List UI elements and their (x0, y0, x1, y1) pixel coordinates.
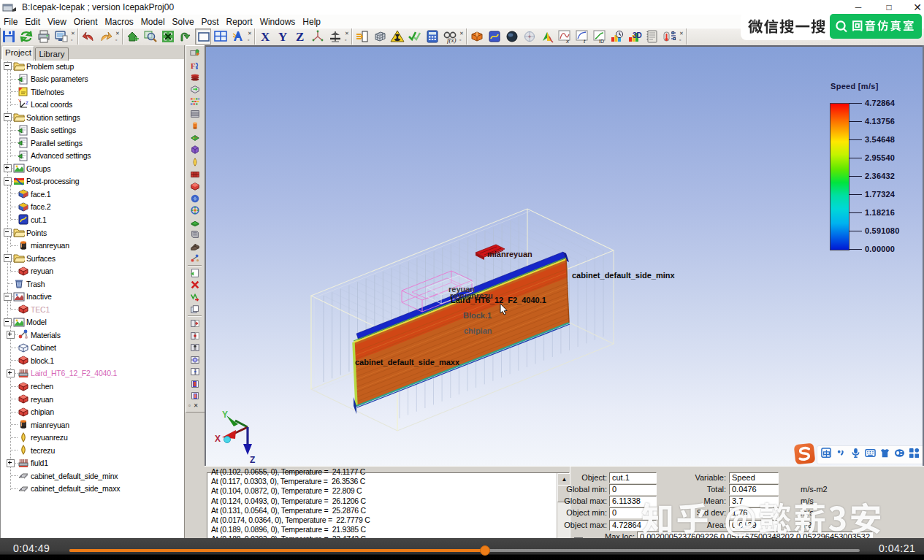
menu-solve[interactable]: Solve (169, 15, 198, 28)
menu-model[interactable]: Model (137, 15, 169, 28)
isosurface-icon[interactable] (504, 28, 520, 45)
undo-icon[interactable] (80, 28, 96, 45)
materials-icon[interactable] (189, 253, 201, 264)
axis-y-icon[interactable]: Y (275, 28, 291, 45)
screen-capture-icon[interactable] (53, 28, 69, 45)
plot-x-icon[interactable]: x (557, 28, 573, 45)
menu-report[interactable]: Report (223, 15, 256, 28)
blower-icon[interactable] (189, 205, 201, 215)
align-edge-icon[interactable] (189, 367, 201, 377)
fan-text-icon[interactable]: F (189, 61, 201, 71)
sogou-input-bar[interactable] (795, 444, 924, 464)
skin-icon[interactable] (879, 448, 890, 459)
partition-icon[interactable] (189, 229, 201, 239)
tree-expander-minus[interactable] (4, 229, 12, 237)
radiation-icon[interactable] (389, 28, 405, 45)
field-input-total[interactable]: 0.0476 (729, 484, 779, 495)
source-lens-icon[interactable] (189, 157, 201, 167)
opening-icon[interactable] (189, 109, 201, 119)
fan-icon[interactable] (189, 193, 201, 204)
sync-icon[interactable] (18, 28, 34, 45)
particle-trace-icon[interactable] (539, 28, 555, 45)
video-progress-track[interactable] (69, 549, 860, 552)
package-icon[interactable] (189, 242, 201, 252)
toolbar-handle[interactable]: ✕▫ (344, 28, 351, 45)
tree-expander-minus[interactable] (4, 318, 12, 326)
menu-windows[interactable]: Windows (256, 15, 299, 28)
align-face-icon-2[interactable] (189, 331, 201, 341)
axis-z-icon[interactable]: Z (292, 28, 308, 45)
point-probe-icon[interactable] (522, 28, 538, 45)
tab-library[interactable]: Library (35, 47, 69, 61)
enclosure-icon[interactable] (189, 85, 201, 95)
tree-expander-minus[interactable] (4, 254, 12, 262)
menu-post[interactable]: Post (198, 15, 223, 28)
pcb-board-icon[interactable] (189, 133, 201, 143)
morph-icon[interactable] (189, 292, 201, 302)
sogou-logo-icon[interactable] (794, 443, 816, 465)
plane-door-icon[interactable] (354, 28, 370, 45)
menu-file[interactable]: File (0, 15, 21, 28)
toolbar-mini-buttons[interactable]: ▫✕ (188, 402, 202, 409)
report-notebook-icon[interactable] (644, 28, 660, 45)
tree-expander-minus[interactable] (4, 177, 12, 185)
zoom-region-icon[interactable] (142, 28, 159, 45)
match-face-icon-1[interactable] (189, 379, 201, 389)
toolbar-handle[interactable]: ✕▫ (679, 28, 685, 45)
plain-view-icon[interactable] (195, 28, 211, 45)
pcb-stack-icon[interactable] (189, 72, 201, 83)
double-check-icon[interactable] (407, 28, 423, 45)
field-input-object[interactable]: cut.1 (609, 472, 657, 483)
chinese-mode-icon[interactable] (821, 448, 832, 459)
tree-expander-minus[interactable] (4, 62, 12, 70)
enclosure2-icon[interactable] (189, 145, 201, 155)
tab-project[interactable]: Project (2, 46, 34, 61)
toolbar-handle[interactable]: ✕▫ (115, 28, 121, 45)
plot-time-icon[interactable]: t (574, 28, 590, 45)
field-input-globalmin[interactable]: 0 (609, 484, 657, 495)
print-icon[interactable] (36, 28, 52, 45)
field-input-variable[interactable]: Speed (729, 472, 779, 483)
source-cylinder-icon[interactable] (189, 120, 201, 131)
thermostat-icon[interactable] (662, 28, 678, 45)
keyboard-icon[interactable] (865, 448, 876, 459)
plane-cut-icon[interactable] (486, 28, 503, 45)
copy-icon[interactable] (189, 304, 201, 315)
assembly-icon[interactable] (189, 48, 201, 58)
mesh-cube-icon[interactable] (372, 28, 388, 45)
video-progress-knob[interactable] (480, 545, 490, 556)
align-face-icon-1[interactable] (189, 318, 201, 329)
save-icon[interactable] (1, 28, 17, 45)
block-icon[interactable] (189, 181, 201, 191)
menu-view[interactable]: View (44, 15, 70, 28)
graphics-viewport[interactable]: cabinet_default_side_minx cabinet_defaul… (205, 45, 924, 468)
apps-grid-icon[interactable] (909, 448, 920, 459)
expand-icon[interactable] (160, 28, 176, 45)
match-face-icon-2[interactable] (189, 391, 201, 401)
tree-expander-plus[interactable] (7, 331, 15, 339)
axis-x-icon[interactable]: X (257, 28, 273, 45)
scale-icon[interactable] (327, 28, 343, 45)
align-center-icon[interactable] (189, 355, 201, 365)
transient-clock-icon[interactable] (609, 28, 625, 45)
function-icon[interactable]: f(x) (442, 28, 458, 45)
tree-expander-minus[interactable] (4, 113, 12, 121)
menu-macros[interactable]: Macros (102, 15, 137, 28)
tree-expander-plus[interactable] (4, 164, 12, 172)
view-3d-icon[interactable]: 3D (627, 28, 643, 45)
toolbar-handle[interactable]: ✕▫ (70, 28, 77, 45)
calculator-icon[interactable] (424, 28, 440, 45)
triad-icon[interactable] (310, 28, 326, 45)
grille-icon[interactable] (189, 96, 201, 107)
menu-orient[interactable]: Orient (70, 15, 102, 28)
redo-icon[interactable] (98, 28, 114, 45)
tree-expander-minus[interactable] (4, 293, 12, 301)
new-page-icon[interactable] (189, 268, 201, 278)
annotate-icon[interactable] (230, 28, 246, 45)
toolbox-icon[interactable] (894, 448, 905, 459)
resistance-icon[interactable] (189, 169, 201, 180)
plate-icon[interactable] (189, 218, 201, 228)
menu-help[interactable]: Help (299, 15, 324, 28)
home-view-icon[interactable] (125, 28, 141, 45)
phrase-icon[interactable] (836, 448, 847, 459)
